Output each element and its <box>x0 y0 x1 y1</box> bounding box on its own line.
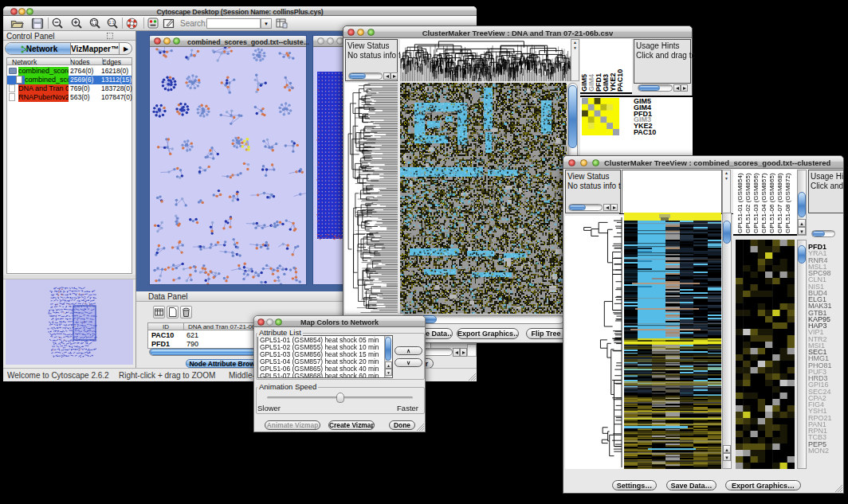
svg-text:1:1: 1:1 <box>109 20 115 25</box>
